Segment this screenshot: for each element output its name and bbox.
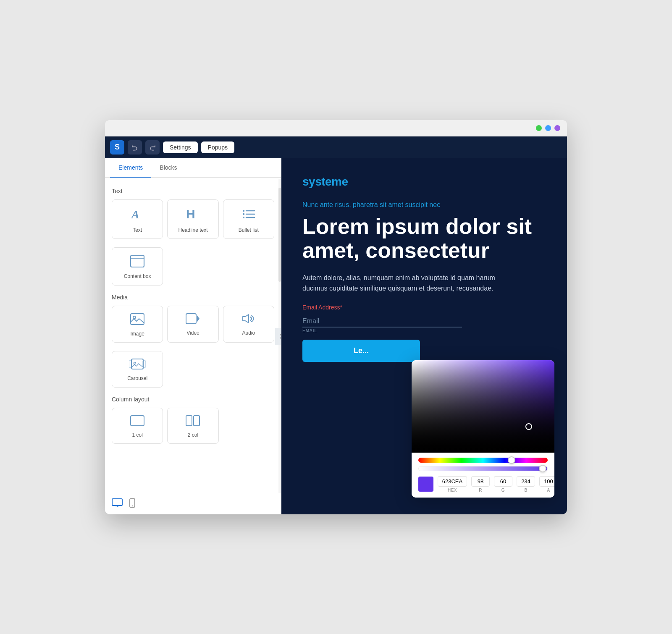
r-input[interactable]: 98 xyxy=(471,476,490,487)
tab-blocks[interactable]: Blocks xyxy=(151,158,185,178)
email-input[interactable] xyxy=(302,314,462,327)
svg-rect-21 xyxy=(194,416,200,426)
section-title-column: Column layout xyxy=(112,396,274,403)
text-label: Text xyxy=(133,227,142,234)
color-picker-controls: 623CEA HEX 98 R 60 G xyxy=(412,453,554,498)
hue-slider[interactable] xyxy=(418,458,548,463)
hero-body: Autem dolore, alias, numquam enim ab vol… xyxy=(302,272,504,294)
a-field: 100 A xyxy=(539,476,554,493)
b-field: 234 B xyxy=(517,476,535,493)
b-label: B xyxy=(524,488,527,493)
carousel-grid: Carousel xyxy=(112,351,274,388)
panel-footer xyxy=(105,494,281,514)
section-title-text: Text xyxy=(112,188,274,194)
opacity-handle[interactable] xyxy=(539,465,546,472)
svg-point-18 xyxy=(134,362,136,364)
traffic-light-green[interactable] xyxy=(536,125,542,131)
g-field: 60 G xyxy=(494,476,512,493)
color-gradient-canvas[interactable] xyxy=(412,360,554,453)
text-elements-grid: A Text H Headline t xyxy=(112,199,274,239)
right-canvas: systeme Nunc ante risus, pharetra sit am… xyxy=(281,158,567,514)
svg-rect-10 xyxy=(131,314,144,325)
b-input[interactable]: 234 xyxy=(517,476,535,487)
panel-content[interactable]: Text A Text xyxy=(105,178,281,494)
element-content-box[interactable]: Content box xyxy=(112,247,163,286)
carousel-icon xyxy=(129,358,146,372)
tab-elements[interactable]: Elements xyxy=(110,158,151,178)
browser-window: S Settings Popups Elements Block xyxy=(105,120,567,514)
redo-button[interactable] xyxy=(145,140,160,155)
element-image[interactable]: Image xyxy=(112,306,163,343)
app-container: S Settings Popups Elements Block xyxy=(105,136,567,514)
svg-rect-4 xyxy=(243,213,244,215)
expand-panel-handle[interactable] xyxy=(275,328,281,345)
hex-label: HEX xyxy=(448,488,457,493)
settings-button[interactable]: Settings xyxy=(163,141,198,153)
col-1-label: 1 col xyxy=(132,432,142,439)
element-headline[interactable]: H Headline text xyxy=(167,199,218,239)
brand-logo: systeme xyxy=(302,175,546,189)
image-icon xyxy=(130,313,145,327)
col-1-icon xyxy=(130,415,145,429)
cta-button[interactable]: Le... xyxy=(302,340,420,362)
hue-slider-wrap xyxy=(418,458,548,463)
headline-icon: H xyxy=(185,207,200,224)
col-2-label: 2 col xyxy=(188,432,198,439)
opacity-slider[interactable] xyxy=(418,466,548,471)
svg-point-26 xyxy=(132,506,133,506)
element-bullet-list[interactable]: Bullet list xyxy=(223,199,274,239)
page-preview: systeme Nunc ante risus, pharetra sit am… xyxy=(281,158,567,514)
element-carousel[interactable]: Carousel xyxy=(112,351,163,388)
hex-input[interactable]: 623CEA xyxy=(438,476,467,487)
svg-rect-22 xyxy=(112,499,122,506)
desktop-device-icon[interactable] xyxy=(112,498,123,510)
content-box-icon xyxy=(130,254,145,270)
element-audio[interactable]: Audio xyxy=(223,306,274,343)
traffic-light-purple[interactable] xyxy=(554,125,560,131)
hue-handle[interactable] xyxy=(508,456,515,464)
form-label: Email Address* xyxy=(302,304,546,311)
r-field: 98 R xyxy=(471,476,490,493)
svg-rect-19 xyxy=(131,416,144,426)
top-bar: S Settings Popups xyxy=(105,136,567,158)
color-picker-handle[interactable] xyxy=(525,423,532,430)
video-label: Video xyxy=(186,330,199,337)
svg-point-11 xyxy=(133,316,136,319)
carousel-label: Carousel xyxy=(127,375,147,382)
column-layout-grid: 1 col 2 col xyxy=(112,408,274,444)
svg-text:A: A xyxy=(131,208,139,221)
left-panel: Elements Blocks Text xyxy=(105,158,281,514)
main-area: Elements Blocks Text xyxy=(105,158,567,514)
element-col-2[interactable]: 2 col xyxy=(167,408,218,444)
audio-icon xyxy=(241,313,256,327)
color-swatch[interactable] xyxy=(418,477,433,492)
traffic-light-blue[interactable] xyxy=(545,125,551,131)
media-elements-grid: Image Video xyxy=(112,306,274,343)
undo-button[interactable] xyxy=(128,140,142,155)
svg-rect-6 xyxy=(243,217,244,218)
element-col-1[interactable]: 1 col xyxy=(112,408,163,444)
browser-chrome xyxy=(105,120,567,136)
image-label: Image xyxy=(130,331,144,338)
hero-subtitle: Nunc ante risus, pharetra sit amet susci… xyxy=(302,201,546,209)
scrollbar-thumb[interactable] xyxy=(278,188,281,282)
a-input[interactable]: 100 xyxy=(539,476,554,487)
traffic-lights xyxy=(536,125,560,131)
svg-rect-12 xyxy=(186,314,196,324)
element-video[interactable]: Video xyxy=(167,306,218,343)
popups-button[interactable]: Popups xyxy=(201,141,234,153)
svg-text:H: H xyxy=(186,207,195,221)
svg-marker-14 xyxy=(243,314,249,323)
svg-rect-2 xyxy=(243,210,244,212)
logo-button[interactable]: S xyxy=(110,140,124,155)
svg-marker-13 xyxy=(197,315,200,322)
element-text[interactable]: A Text xyxy=(112,199,163,239)
a-label: A xyxy=(547,488,550,493)
opacity-slider-wrap xyxy=(418,466,548,471)
svg-rect-15 xyxy=(131,359,143,369)
g-label: G xyxy=(501,488,505,493)
mobile-device-icon[interactable] xyxy=(129,498,135,510)
email-input-wrap: EMAIL xyxy=(302,314,462,333)
g-input[interactable]: 60 xyxy=(494,476,512,487)
hex-field: 623CEA HEX xyxy=(438,476,467,493)
